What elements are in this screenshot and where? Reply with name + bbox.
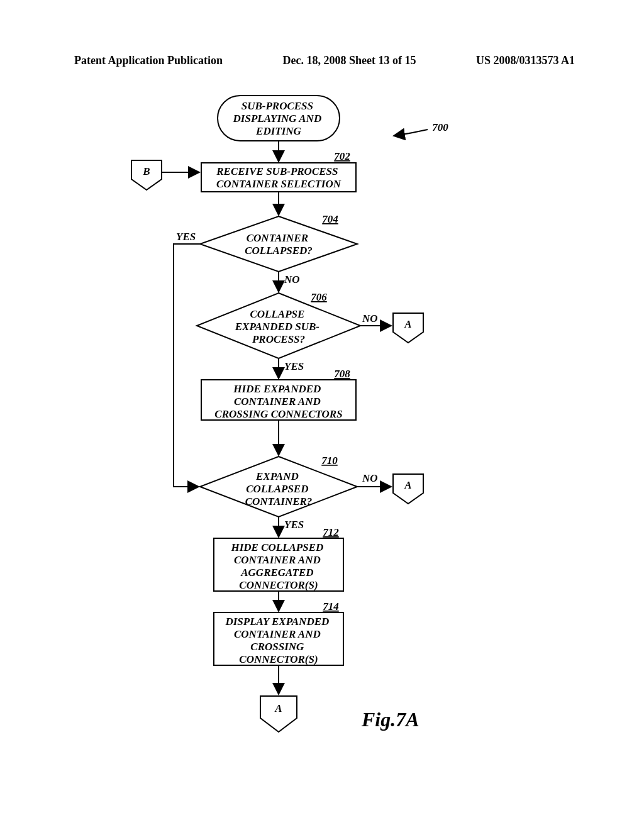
decision-706: COLLAPSE EXPANDED SUB- PROCESS? 706 NO Y…: [197, 291, 378, 372]
terminator-line1: SUB-PROCESS DISPLAYING AND EDITING: [233, 100, 325, 137]
svg-text:HIDE EXPANDED
      CONTAINER : HIDE EXPANDED CONTAINER AND CROSSING CON…: [214, 383, 342, 420]
figure-label: Fig.7A: [362, 708, 419, 731]
offpage-connector-B: B: [131, 160, 162, 190]
svg-text:A: A: [404, 479, 411, 491]
svg-text:712: 712: [323, 526, 339, 538]
header-right: US 2008/0313573 A1: [476, 54, 575, 67]
svg-text:710: 710: [321, 455, 338, 467]
svg-text:706: 706: [311, 291, 327, 303]
offpage-connector-A-710: A: [393, 474, 423, 504]
svg-text:HIDE COLLAPSED
      CONTAINER: HIDE COLLAPSED CONTAINER AND AGGREGATED …: [230, 541, 326, 591]
svg-text:NO: NO: [362, 472, 378, 484]
flowchart-area: SUB-PROCESS DISPLAYING AND EDITING 700 B…: [0, 82, 644, 824]
header-center: Dec. 18, 2008 Sheet 13 of 15: [283, 54, 416, 67]
svg-text:NO: NO: [362, 313, 378, 324]
svg-text:EXPAND
      COLLAPSED
      C: EXPAND COLLAPSED CONTAINER?: [245, 470, 313, 507]
terminator-start: SUB-PROCESS DISPLAYING AND EDITING: [218, 96, 340, 141]
page-header: Patent Application Publication Dec. 18, …: [0, 54, 644, 67]
arrow-704-yes: [174, 244, 200, 487]
svg-text:YES: YES: [176, 231, 196, 243]
svg-text:RECEIVE SUB-PROCESS
      CONT: RECEIVE SUB-PROCESS CONTAINER SELECTION: [216, 165, 341, 190]
svg-text:700: 700: [432, 121, 448, 133]
svg-text:CONTAINER
      COLLAPSED?: CONTAINER COLLAPSED?: [245, 232, 313, 257]
offpage-connector-A-706: A: [393, 313, 423, 343]
svg-text:B: B: [142, 165, 150, 177]
ref-700: 700: [394, 121, 448, 136]
svg-text:704: 704: [322, 213, 338, 225]
svg-text:714: 714: [323, 600, 339, 612]
header-left: Patent Application Publication: [74, 54, 223, 67]
svg-text:YES: YES: [284, 360, 304, 372]
svg-text:NO: NO: [284, 274, 300, 285]
flowchart-svg: SUB-PROCESS DISPLAYING AND EDITING 700 B…: [0, 82, 644, 824]
svg-text:YES: YES: [284, 519, 304, 531]
svg-text:708: 708: [334, 368, 350, 380]
decision-704: CONTAINER COLLAPSED? 704 YES NO: [176, 213, 357, 285]
svg-text:DISPLAY EXPANDED
      CONTAIN: DISPLAY EXPANDED CONTAINER AND CROSSING …: [225, 616, 331, 665]
svg-text:A: A: [404, 318, 411, 330]
svg-text:COLLAPSE
      EXPANDED SUB-
 : COLLAPSE EXPANDED SUB- PROCESS?: [235, 308, 323, 345]
svg-text:A: A: [274, 702, 282, 714]
offpage-connector-A-end: A: [260, 696, 297, 732]
svg-text:702: 702: [334, 150, 350, 162]
decision-710: EXPAND COLLAPSED CONTAINER? 710 NO YES: [200, 455, 378, 531]
